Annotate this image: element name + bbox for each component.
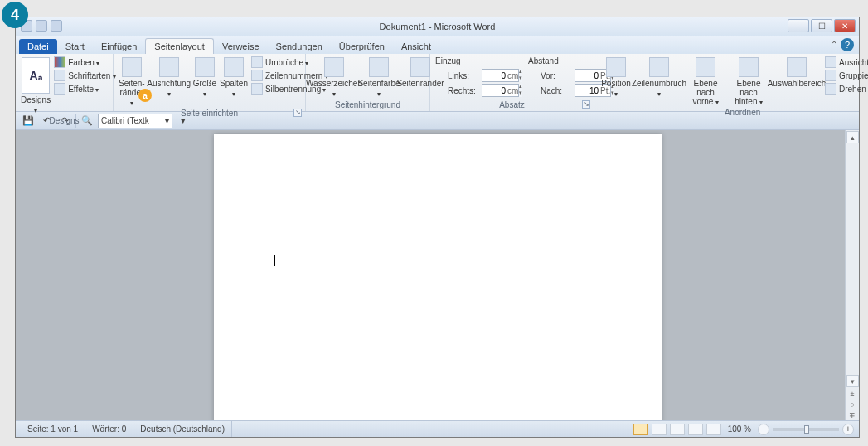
group-designs: Aₐ Designs Farben Schriftarten Effekte D… [16,54,114,111]
group-paragraph: Einzug Links: cm▴▾ Rechts: cm▴▾ Abstand [430,54,594,111]
view-draft[interactable] [706,424,721,435]
status-bar: Seite: 1 von 1 Wörter: 0 Deutsch (Deutsc… [16,420,859,437]
vertical-scrollbar[interactable]: ▴ ▾ ± ○ ∓ [845,130,859,420]
status-words[interactable]: Wörter: 0 [85,421,133,437]
align-icon [825,56,836,68]
wrap-button[interactable]: Zeilenumbruch [636,56,682,99]
tab-references[interactable]: Verweise [214,39,268,54]
qat-placeholder-icon[interactable] [51,20,62,32]
status-language[interactable]: Deutsch (Deutschland) [133,421,232,437]
space-after-label: Nach: [541,86,572,95]
rotate-button[interactable]: Drehen [825,83,868,95]
space-before-label: Vor: [541,71,572,80]
tab-pagelayout[interactable]: Seitenlayout [145,38,214,54]
paragraph-dialog-launcher[interactable]: ↘ [582,100,590,109]
view-fullscreen-reading[interactable] [652,424,667,435]
themes-icon: Aₐ [22,57,50,94]
zoom-in-button[interactable]: + [842,424,854,435]
bring-forward-button[interactable]: Ebene nach vorne [686,56,725,107]
size-icon [195,57,215,77]
zoom-slider[interactable] [773,428,839,431]
group-objects-button[interactable]: Gruppieren [825,70,868,81]
theme-effects-button[interactable]: Effekte [54,83,115,95]
document-area[interactable]: ▴ ▾ ± ○ ∓ [16,130,859,420]
group-label-pagebg: Seitenhintergrund [311,99,424,111]
space-after-icon [528,85,538,95]
prev-page-button[interactable]: ± [846,388,859,399]
effects-icon [54,83,65,95]
rotate-icon [825,83,836,95]
selection-pane-icon [787,57,807,77]
group-pagebg: Wasserzeichen Seitenfarbe Seitenränder S… [306,54,430,111]
tab-view[interactable]: Ansicht [393,39,439,54]
selection-pane-button[interactable]: Auswahlbereich [772,56,822,88]
marker-callout: a [138,89,152,102]
view-web-layout[interactable] [670,424,685,435]
theme-colors-button[interactable]: Farben [54,56,115,68]
pagesetup-dialog-launcher[interactable]: ↘ [293,109,302,117]
watermark-button[interactable]: Wasserzeichen [311,56,357,99]
text-cursor [274,255,275,266]
linenumbers-icon [251,70,263,81]
align-button[interactable]: Ausrichten [825,56,868,68]
close-button[interactable]: ✕ [834,19,856,32]
view-print-layout[interactable] [633,424,648,435]
word-window: Dokument1 - Microsoft Word — ☐ ✕ Datei S… [15,17,860,438]
next-page-button[interactable]: ∓ [846,410,859,420]
tab-insert[interactable]: Einfügen [93,39,145,54]
group-label-pagesetup: Seite einrichten↘ [119,108,300,119]
hyphenation-icon [251,83,263,95]
wrap-icon [649,57,669,77]
pagecolor-icon [369,57,389,77]
breaks-icon [251,56,263,68]
tab-mailings[interactable]: Sendungen [268,39,331,54]
status-page[interactable]: Seite: 1 von 1 [21,421,85,437]
theme-fonts-button[interactable]: Schriftarten [54,70,115,81]
view-outline[interactable] [688,424,703,435]
columns-icon [224,57,244,77]
ribbon-tabstrip: Datei Start Einfügen Seitenlayout Verwei… [16,36,859,54]
minimize-ribbon-icon[interactable]: ⌃ [831,40,837,49]
group-label-designs: Designs [21,115,108,127]
zoom-level[interactable]: 100 % [728,424,751,434]
send-backward-button[interactable]: Ebene nach hinten [729,56,769,107]
tab-review[interactable]: Überprüfen [331,39,393,54]
tab-file[interactable]: Datei [19,39,57,54]
group-icon [825,70,836,81]
tab-start[interactable]: Start [57,39,93,54]
browse-object-button[interactable]: ○ [846,399,859,410]
themes-button[interactable]: Aₐ Designs [21,56,51,115]
maximize-button[interactable]: ☐ [811,19,832,32]
pageborders-icon [410,57,430,77]
colors-icon [54,56,65,68]
window-title: Dokument1 - Microsoft Word [380,22,496,32]
scroll-down-button[interactable]: ▾ [846,375,859,387]
minimize-button[interactable]: — [788,19,809,32]
window-buttons: — ☐ ✕ [788,19,856,32]
indent-left-label: Links: [448,71,479,80]
position-icon [606,57,626,77]
title-bar: Dokument1 - Microsoft Word — ☐ ✕ [16,17,859,36]
indent-left-input[interactable]: cm▴▾ [482,69,520,82]
qat-placeholder-icon[interactable] [36,20,47,32]
group-label-arrange: Anordnen [599,107,868,119]
columns-button[interactable]: Spalten [220,56,248,99]
pagecolor-button[interactable]: Seitenfarbe [361,56,397,99]
help-icon[interactable]: ? [841,38,854,51]
watermark-icon [324,57,344,77]
indent-right-label: Rechts: [448,86,479,95]
indent-right-input[interactable]: cm▴▾ [482,84,520,97]
zoom-out-button[interactable]: − [758,424,769,435]
group-label-paragraph: Absatz↘ [435,99,589,111]
scroll-up-button[interactable]: ▴ [846,131,859,143]
position-button[interactable]: Position [599,56,633,99]
page[interactable] [214,134,662,420]
indent-header: Einzug [435,56,520,65]
fonts-icon [54,70,65,81]
group-pagesetup: Seiten- ränder Ausrichtung Größe Spalten… [114,54,306,111]
orientation-icon [159,57,179,77]
orientation-button[interactable]: Ausrichtung [148,56,190,99]
ribbon: Aₐ Designs Farben Schriftarten Effekte D… [16,54,859,112]
size-button[interactable]: Größe [193,56,216,99]
send-backward-icon [739,57,759,77]
